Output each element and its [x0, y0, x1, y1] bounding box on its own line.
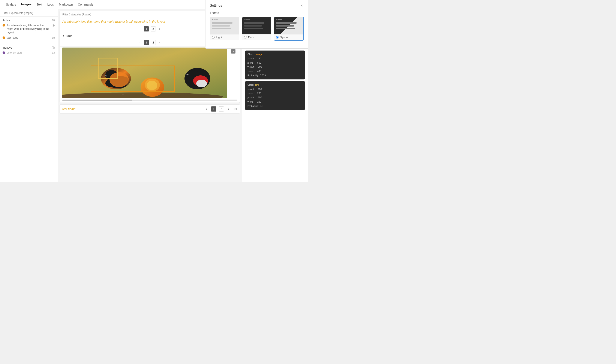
theme-radio-dark[interactable]: Dark [242, 34, 271, 40]
filter-experiments-input[interactable] [2, 12, 55, 14]
theme-dot-2 [214, 19, 215, 20]
svg-point-18 [109, 72, 129, 87]
nav-markdown[interactable]: Markdown [56, 0, 75, 9]
theme-bar-3 [212, 28, 231, 29]
sidebar: Active An extremely long title name that… [0, 9, 58, 182]
theme-name-dark: Dark [248, 36, 254, 39]
active-section-header: Active [0, 17, 58, 23]
prev-page-bottom[interactable]: ‹ [204, 107, 208, 111]
experiment-eye-test[interactable] [52, 36, 55, 39]
theme-dot-s2 [278, 19, 280, 20]
info-box-bird: Class: bird x-start 150 x-end 200 y-star… [245, 81, 305, 110]
second-panel-title-row: test name [62, 107, 75, 111]
info-prob-bird: Probability: 0.2 [247, 104, 303, 108]
info-boxes: Class: orange x-start 50 x-end 500 y-sta… [245, 51, 305, 110]
svg-point-3 [53, 25, 54, 26]
experiment-eye-1[interactable] [52, 24, 55, 27]
info-ystart-orange: y-start 200 [247, 65, 303, 69]
next-page-btn-2[interactable]: › [158, 40, 162, 45]
theme-dot-s3 [280, 19, 282, 20]
nav-scalars[interactable]: Scalars [3, 0, 19, 9]
theme-radio-light[interactable]: Light [210, 34, 239, 40]
bottom-eye-icon[interactable] [233, 107, 237, 111]
experiment-item-diff[interactable]: different start [0, 50, 58, 55]
active-label: Active [2, 19, 10, 22]
sidebar-filter-area [0, 9, 58, 17]
radio-dark[interactable] [244, 36, 247, 39]
info-box-orange: Class: orange x-start 50 x-end 500 y-sta… [245, 51, 305, 79]
scroll-thumb [62, 100, 132, 101]
svg-point-22 [196, 80, 207, 87]
page-1-btn-2[interactable]: 1 [144, 40, 149, 45]
info-yend-bird: y-end 250 [247, 100, 303, 104]
prev-page-btn-1[interactable]: ‹ [138, 27, 142, 31]
birds-image: ↖ [62, 48, 227, 98]
settings-header: Settings × [210, 3, 304, 8]
info-class-row-bird: Class: bird [247, 83, 303, 87]
theme-dot-d2 [246, 19, 248, 20]
theme-dot-1 [212, 19, 214, 20]
prev-page-btn-2[interactable]: ‹ [138, 40, 142, 45]
settings-panel: Settings × Theme Light [205, 0, 308, 49]
theme-option-system[interactable]: System [274, 17, 304, 41]
svg-point-23 [188, 70, 196, 78]
svg-point-14 [107, 73, 112, 76]
svg-point-5 [53, 38, 54, 38]
inactive-eye-icon [52, 46, 55, 49]
experiment-item-1[interactable]: An extremely long title name that might … [0, 23, 58, 35]
experiment-label-test: test name [7, 36, 51, 39]
expand-icon[interactable]: ⤢ [231, 49, 235, 53]
nav-logs[interactable]: Logs [45, 0, 56, 9]
experiment-dot-diff [2, 52, 5, 54]
theme-dot-d1 [244, 19, 246, 20]
theme-option-light[interactable]: Light [210, 17, 240, 41]
theme-bar-2 [212, 25, 230, 26]
nav-text[interactable]: Text [34, 0, 45, 9]
theme-preview-dark [242, 17, 271, 34]
info-xstart-bird: x-start 150 [247, 87, 303, 91]
page-2-btn[interactable]: 2 [151, 26, 156, 31]
theme-bar-d2 [244, 25, 262, 26]
sidebar-divider [0, 42, 58, 42]
info-class-value-bird: bird [255, 83, 259, 86]
info-xstart-orange: x-start 50 [247, 56, 303, 61]
info-class-value-orange: orange [255, 53, 263, 55]
theme-bar-s1 [276, 22, 296, 24]
panel-test-name: test name ‹ 1 2 › [60, 104, 240, 114]
experiment-label-1: An extremely long title name that might … [7, 24, 51, 34]
info-xend-orange: x-end 500 [247, 61, 303, 65]
page-2-btn-2[interactable]: 2 [151, 40, 156, 45]
theme-bar-s3 [276, 28, 295, 29]
experiment-item-test[interactable]: test name [0, 35, 58, 40]
svg-point-1 [53, 20, 54, 21]
info-prob-orange: Probability: 0.333 [247, 73, 303, 78]
theme-radio-system[interactable]: System [274, 34, 303, 40]
nav-images[interactable]: Images [19, 0, 34, 9]
info-xend-bird: x-end 200 [247, 91, 303, 95]
next-page-btn-1[interactable]: › [158, 27, 162, 31]
next-page-bottom[interactable]: › [227, 107, 231, 111]
theme-dots-system [276, 19, 302, 20]
page-1-btn[interactable]: 1 [144, 26, 149, 31]
theme-bar-d3 [244, 28, 263, 29]
inactive-section-header: Inactive [0, 44, 58, 50]
theme-dot-s1 [276, 19, 278, 20]
settings-title: Settings [210, 4, 222, 8]
inactive-label: Inactive [2, 46, 12, 49]
theme-label: Theme [210, 11, 304, 14]
theme-dot-3 [216, 19, 218, 20]
radio-light[interactable] [212, 36, 215, 39]
page-1-bottom[interactable]: 1 [211, 106, 216, 112]
nav-commands[interactable]: Commands [75, 0, 96, 9]
experiment-dot-test [2, 36, 5, 39]
image-scrollbar[interactable] [62, 100, 237, 101]
theme-bar-d1 [244, 22, 265, 24]
theme-option-dark[interactable]: Dark [242, 17, 272, 41]
experiment-dot-1 [2, 24, 5, 26]
radio-system[interactable] [276, 36, 279, 39]
page-2-bottom[interactable]: 2 [219, 106, 224, 112]
section-name: Birds [66, 34, 72, 38]
experiment-eye-diff[interactable] [52, 51, 55, 55]
settings-close-btn[interactable]: × [300, 3, 304, 8]
info-yend-orange: y-end 400 [247, 69, 303, 73]
